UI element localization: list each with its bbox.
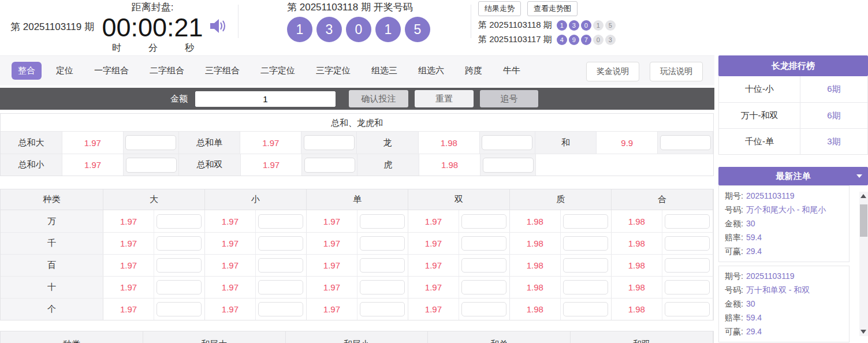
pos-bet-input-百-5[interactable] [563, 258, 608, 273]
pos-bet-input-十-6[interactable] [665, 280, 710, 294]
pos-odds-十-3: 1.97 [307, 277, 357, 298]
tab-8[interactable]: 组选三 [365, 62, 404, 80]
confirm-bet-button[interactable]: 确认投注 [349, 90, 408, 107]
tab-1[interactable]: 整合 [12, 62, 42, 80]
draw-ball-2: 3 [316, 17, 342, 42]
pos-input-cell-万-4 [459, 210, 510, 232]
sum-tail-table: 种类和尾大和尾小和单和双 [0, 331, 714, 343]
history-period: 第 20251103118 期 [478, 20, 552, 31]
prize-info-button[interactable]: 奖金说明 [586, 62, 639, 81]
pos-bet-input-十-3[interactable] [360, 280, 405, 294]
pos-bet-input-万-1[interactable] [157, 214, 202, 229]
position-odds-table: 种类大小单双质合 万1.971.971.971.971.981.98千1.971… [0, 189, 714, 320]
pos-label-十: 十 [1, 277, 103, 298]
pos-bet-input-百-4[interactable] [461, 258, 506, 273]
amount-input[interactable] [195, 91, 336, 107]
pos-input-cell-十-3 [357, 277, 408, 298]
unit-minute: 分 [148, 42, 158, 54]
pos-bet-input-万-4[interactable] [461, 214, 506, 229]
tab-2[interactable]: 定位 [50, 62, 80, 80]
result-trend-button[interactable]: 结果走势 [478, 1, 521, 16]
tab-9[interactable]: 组选六 [412, 62, 450, 80]
pos-input-cell-千-3 [357, 233, 408, 254]
countdown-units: 时 分 秒 [97, 42, 208, 54]
tab-11[interactable]: 牛牛 [497, 62, 527, 80]
tab-6[interactable]: 二字定位 [254, 62, 301, 80]
tab-5[interactable]: 三字组合 [199, 62, 246, 80]
scrollbar-thumb[interactable] [860, 204, 867, 237]
speaker-icon[interactable] [209, 17, 228, 35]
pos-bet-input-个-4[interactable] [461, 302, 506, 316]
bet-field-label: 金额: [725, 299, 743, 308]
pos-odds-万-3: 1.97 [307, 210, 357, 232]
pos-bet-input-十-2[interactable] [258, 280, 303, 294]
pos-bet-input-万-2[interactable] [258, 214, 303, 229]
pos-bet-input-百-1[interactable] [157, 258, 202, 273]
scroll-up-icon[interactable] [860, 194, 866, 198]
tab-3[interactable]: 一字组合 [88, 62, 135, 80]
pos-bet-input-千-5[interactable] [563, 236, 608, 251]
pos-odds-千-1: 1.97 [103, 233, 154, 254]
pos-input-cell-千-4 [459, 233, 510, 254]
tab-7[interactable]: 三字定位 [310, 62, 357, 80]
history-ball: 3 [605, 35, 616, 45]
dragon-ranking-list: 十位-小6期万十-和双6期千位-单3期 [718, 76, 868, 155]
pos-bet-input-千-1[interactable] [157, 236, 202, 251]
bet-field-value: 29.4 [746, 247, 762, 256]
sum-bet-input-总和单[interactable] [304, 135, 355, 150]
pos-bet-input-个-5[interactable] [563, 302, 608, 316]
pos-bet-input-万-6[interactable] [665, 214, 710, 229]
bet-field: 期号:20251103119 [725, 269, 843, 283]
bet-field-label: 号码: [725, 285, 743, 294]
ranking-row-1[interactable]: 十位-小6期 [719, 76, 867, 102]
pos-bet-input-十-1[interactable] [157, 280, 202, 294]
sum-bet-input-虎[interactable] [483, 158, 534, 173]
sum-bet-input-总和大[interactable] [125, 135, 176, 150]
history-period: 第 20251103117 期 [478, 34, 552, 45]
sum-rows: 总和大1.97总和单1.97龙1.98和9.9总和小1.97总和双1.97虎1.… [1, 132, 713, 176]
draw-title: 第 20251103118 期 开奖号码 [287, 1, 430, 14]
bet-field-label: 金额: [725, 219, 743, 228]
ranking-row-3[interactable]: 千位-单3期 [719, 128, 867, 154]
bet-field-label: 可赢: [725, 327, 743, 336]
pos-bet-input-百-2[interactable] [258, 258, 303, 273]
sum-tail-table-header: 种类和尾大和尾小和单和双 [1, 331, 713, 343]
tab-4[interactable]: 二字组合 [143, 62, 191, 80]
pos-bet-input-百-6[interactable] [665, 258, 710, 273]
ranking-name: 十位-小 [719, 76, 800, 102]
tab-10[interactable]: 跨度 [459, 62, 489, 80]
scroll-down-icon[interactable] [860, 330, 866, 334]
chase-number-button[interactable]: 追号 [480, 90, 538, 107]
sidebar-scrollbar[interactable] [859, 192, 868, 336]
sum-bet-input-总和双[interactable] [304, 158, 355, 173]
pos-bet-input-个-3[interactable] [360, 302, 405, 316]
pos-bet-input-千-3[interactable] [360, 236, 405, 251]
pos-bet-input-个-1[interactable] [157, 302, 202, 316]
pos-bet-input-千-6[interactable] [665, 236, 710, 251]
pos-bet-input-个-6[interactable] [665, 302, 710, 316]
pos-bet-input-万-5[interactable] [563, 214, 608, 229]
view-trend-chart-button[interactable]: 查看走势图 [527, 1, 578, 16]
sum-label-总和小: 总和小 [1, 154, 62, 176]
pos-bet-input-万-3[interactable] [360, 214, 405, 229]
sum-bet-input-总和小[interactable] [126, 158, 177, 173]
pos-bet-input-个-2[interactable] [258, 302, 303, 316]
countdown-label: 距离封盘: [97, 1, 208, 14]
bet-field: 可赢:29.4 [725, 244, 843, 258]
bet-field-label: 号码: [725, 205, 743, 214]
play-rules-button[interactable]: 玩法说明 [650, 62, 703, 81]
pos-bet-input-千-4[interactable] [461, 236, 506, 251]
history-ball: 7 [581, 35, 591, 45]
sum-bet-input-和[interactable] [660, 135, 711, 150]
bet-field-value: 30 [746, 299, 755, 308]
sum-label-总和单: 总和单 [179, 132, 241, 154]
ranking-row-2[interactable]: 万十-和双6期 [719, 102, 867, 128]
pos-bet-input-十-4[interactable] [461, 280, 506, 294]
bet-field: 金额:30 [725, 297, 843, 311]
chevron-down-icon[interactable] [856, 174, 862, 178]
reset-button[interactable]: 重置 [415, 90, 474, 107]
pos-bet-input-百-3[interactable] [360, 258, 405, 273]
sum-bet-input-龙[interactable] [482, 135, 532, 150]
pos-bet-input-千-2[interactable] [258, 236, 303, 251]
pos-bet-input-十-5[interactable] [563, 280, 608, 294]
